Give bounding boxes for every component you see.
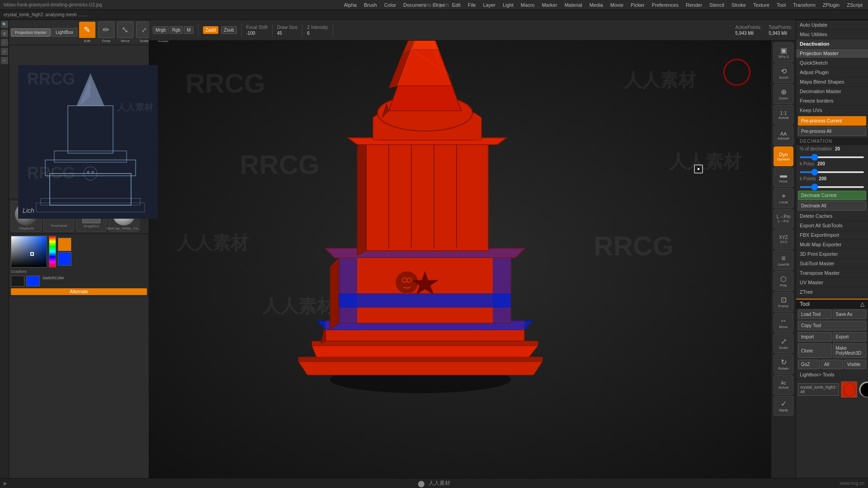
left-tool-2[interactable]: 🔍 — [1, 21, 8, 28]
menu-light[interactable]: Light — [501, 1, 515, 9]
zoom-btn[interactable]: ⊕Zoom — [774, 84, 793, 104]
clone-btn[interactable]: Clone — [798, 343, 832, 358]
scroll-btn[interactable]: ⟲Scroll — [774, 63, 793, 83]
tool-thumb-red[interactable] — [841, 381, 857, 398]
tool-section-collapse[interactable]: △ — [860, 301, 864, 307]
goz-btn[interactable]: GoZ — [798, 360, 820, 369]
menu-brush[interactable]: Brush — [362, 1, 379, 9]
actual-btn[interactable]: 1:1Actual — [774, 105, 793, 125]
floor-btn[interactable]: ▬Floor — [774, 167, 793, 187]
preprocess-current-btn[interactable]: Pre-process Current — [798, 116, 866, 126]
switch-color-swatch-blue[interactable] — [26, 276, 40, 286]
load-tool-btn[interactable]: Load Tool — [798, 310, 832, 319]
export-btn[interactable]: Export — [833, 332, 867, 342]
make-polymesh-btn[interactable]: Make PolyMesh3D — [833, 343, 867, 358]
menu-stroke[interactable]: Stroke — [730, 1, 748, 9]
menu-alpha[interactable]: Alpha — [342, 1, 359, 9]
projection-master-btn[interactable]: Projection Master — [11, 28, 51, 37]
main-viewport[interactable]: RRCG 人人素材 RRCG 人人素材 人人素材 RRCG 人人素材 — [149, 41, 787, 478]
subtool-master-item[interactable]: SubTool Master — [796, 259, 868, 268]
color-gradient-picker[interactable] — [11, 236, 47, 267]
menu-zplugin[interactable]: ZPlugin — [821, 1, 841, 9]
copy-tool-btn[interactable]: Copy Tool — [798, 321, 866, 330]
foreground-color[interactable] — [58, 238, 71, 251]
uv-master-item[interactable]: UV Master — [796, 278, 868, 287]
move-icon-btn[interactable]: ↔Move — [774, 313, 793, 333]
local-btn[interactable]: ⌖Local — [774, 188, 793, 208]
3d-print-exporter-item[interactable]: 3D Print Exporter — [796, 249, 868, 259]
kpoints-slider[interactable] — [800, 186, 864, 188]
alternate-btn[interactable]: Alternate — [11, 288, 147, 295]
rotate-icon-btn[interactable]: ↻Rotate — [774, 354, 793, 374]
misc-utilities-item[interactable]: Misc Utilities — [796, 30, 868, 39]
delete-caches-item[interactable]: Delete Caches — [796, 211, 868, 221]
preprocess-all-btn[interactable]: Pre-process All — [798, 127, 866, 136]
menu-color[interactable]: Color — [382, 1, 398, 9]
save-tool-btn[interactable]: Save As — [833, 310, 867, 319]
move-btn[interactable]: ⤡ — [117, 22, 133, 38]
menu-layer[interactable]: Layer — [481, 1, 497, 9]
lightbox-tools-item[interactable]: Lightbox> Tools — [796, 370, 868, 380]
m-btn[interactable]: M — [184, 26, 193, 34]
decimation-master-item[interactable]: Decimation Master — [796, 87, 868, 96]
switch-color-swatch-dark[interactable] — [11, 276, 24, 286]
menu-marker[interactable]: Marker — [540, 1, 559, 9]
transpose-master-item[interactable]: Transpose Master — [796, 268, 868, 278]
lpm-btn[interactable]: L→PmL→Pm — [774, 209, 793, 229]
maya-blend-item[interactable]: Maya Blend Shapes — [796, 77, 868, 87]
menu-preferences[interactable]: Preferences — [650, 1, 680, 9]
edit-btn[interactable]: ✎ — [79, 22, 95, 38]
menu-media[interactable]: Media — [588, 1, 605, 9]
visible-btn[interactable]: Visible — [844, 360, 866, 369]
menu-macro[interactable]: Macro — [519, 1, 537, 9]
draw-mode-btn[interactable]: ✏ — [98, 22, 114, 38]
frame-btn[interactable]: ⊡Frame — [774, 292, 793, 312]
export-all-subtools-item[interactable]: Export All SubTools — [796, 221, 868, 230]
dynami-btn[interactable]: DynDynami — [774, 146, 793, 166]
keep-uvs-item[interactable]: Keep UVs — [796, 106, 868, 115]
menu-picker[interactable]: Picker — [629, 1, 646, 9]
deactivation-item[interactable]: Deactivation — [796, 39, 868, 49]
mrgb-btn[interactable]: Mrgb — [153, 26, 169, 34]
kpoly-slider[interactable] — [800, 171, 864, 173]
ztree-item[interactable]: ZTree — [796, 287, 868, 297]
scale-icon-btn[interactable]: ⤢Scale — [774, 333, 793, 353]
decimate-all-btn[interactable]: Decimate All — [798, 201, 866, 211]
left-tool-3[interactable]: 🗑 — [1, 30, 8, 37]
pct-slider[interactable] — [800, 156, 864, 158]
menu-tool[interactable]: Tool — [775, 1, 788, 9]
menu-file[interactable]: File — [466, 1, 478, 9]
menu-texture[interactable]: Texture — [751, 1, 771, 9]
projection-master-item[interactable]: Projection Master — [796, 49, 868, 58]
import-btn[interactable]: Import — [798, 332, 832, 342]
menu-edit[interactable]: Edit — [450, 1, 462, 9]
apply-btn[interactable]: ✓Apply — [774, 396, 793, 416]
menu-material[interactable]: Material — [563, 1, 584, 9]
decimate-current-btn[interactable]: Decimate Current — [798, 191, 866, 200]
actual2-btn[interactable]: AcActual — [774, 375, 793, 395]
left-tool-6[interactable]: ✂ — [1, 57, 8, 64]
menu-movie[interactable]: Movie — [609, 1, 625, 9]
menu-render[interactable]: Render — [684, 1, 704, 9]
all-btn[interactable]: All — [821, 360, 843, 369]
auto-update-item[interactable]: Auto Update — [796, 20, 868, 30]
rgb-btn[interactable]: Rgb — [170, 26, 183, 34]
hue-slider[interactable] — [49, 236, 56, 267]
linefill-btn[interactable]: ≡LineFill — [774, 250, 793, 270]
adjust-plugin-item[interactable]: Adjust Plugin — [796, 68, 868, 77]
quicksketch-item[interactable]: QuickSketch — [796, 58, 868, 68]
background-color[interactable] — [58, 252, 71, 266]
fbx-export-import-item[interactable]: FBX ExportImport — [796, 230, 868, 240]
menu-transform[interactable]: Transform — [791, 1, 817, 9]
lightbox-btn[interactable]: LightBox — [52, 28, 77, 37]
aahalf-btn[interactable]: AAAAHalf — [774, 126, 793, 145]
multi-map-exporter-item[interactable]: Multi Map Exporter — [796, 240, 868, 249]
poly-btn[interactable]: ⬡Poly — [774, 271, 793, 291]
menu-stencil[interactable]: Stencil — [708, 1, 726, 9]
zadd-btn[interactable]: Zadd — [203, 26, 219, 34]
left-tool-5[interactable]: ↺ — [1, 48, 8, 55]
zsub-btn[interactable]: Zsub — [221, 26, 236, 34]
menu-zscript[interactable]: ZScript — [845, 1, 864, 9]
left-tool-4[interactable]: ♡ — [1, 39, 8, 46]
xyz-btn[interactable]: XYZXYZ — [774, 230, 793, 249]
